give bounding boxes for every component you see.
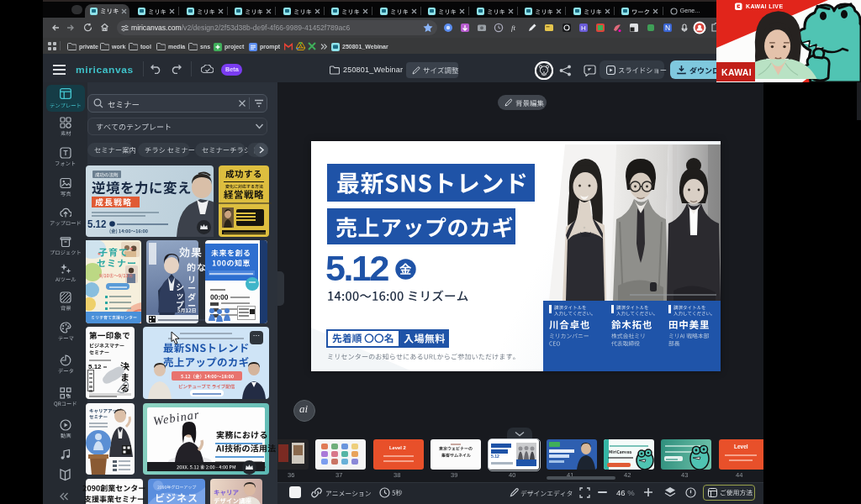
svg-text:H: H [581,24,586,32]
svg-text:ft: ft [511,24,516,32]
svg-text:N: N [665,24,670,32]
